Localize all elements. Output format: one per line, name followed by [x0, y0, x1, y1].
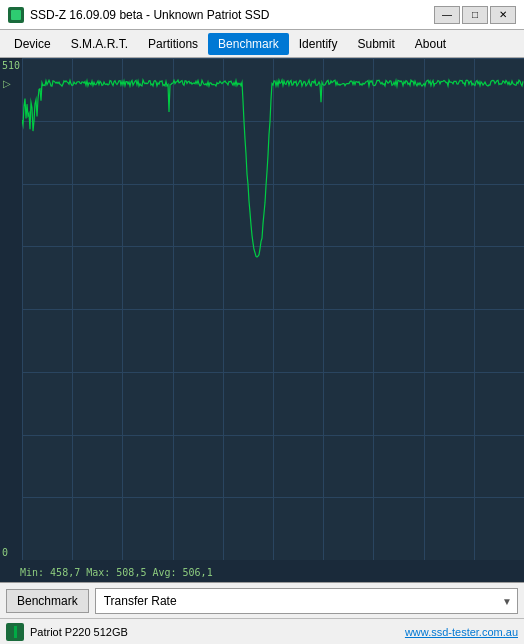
chart-stats-label: Min: 458,7 Max: 508,5 Avg: 506,1 — [20, 567, 213, 578]
menu-identify[interactable]: Identify — [289, 33, 348, 55]
menu-smart[interactable]: S.M.A.R.T. — [61, 33, 138, 55]
menu-device[interactable]: Device — [4, 33, 61, 55]
menu-benchmark[interactable]: Benchmark — [208, 33, 289, 55]
dropdown-container: Transfer Rate IOPS Access Time ▼ — [95, 588, 518, 614]
status-bar: Patriot P220 512GB www.ssd-tester.com.au — [0, 618, 524, 644]
menu-partitions[interactable]: Partitions — [138, 33, 208, 55]
benchmark-button[interactable]: Benchmark — [6, 589, 89, 613]
chart-container: 510 ▷ Work in Progress - Results Unrelia… — [0, 58, 524, 582]
close-button[interactable]: ✕ — [490, 6, 516, 24]
app-icon — [8, 7, 24, 23]
title-bar: SSD-Z 16.09.09 beta - Unknown Patriot SS… — [0, 0, 524, 30]
drive-name: Patriot P220 512GB — [30, 626, 128, 638]
benchmark-chart — [22, 58, 524, 560]
website-link[interactable]: www.ssd-tester.com.au — [405, 626, 518, 638]
menu-submit[interactable]: Submit — [347, 33, 404, 55]
bottom-toolbar: Benchmark Transfer Rate IOPS Access Time… — [0, 582, 524, 618]
drive-icon — [6, 623, 24, 641]
minimize-button[interactable]: — — [434, 6, 460, 24]
chart-arrow: ▷ — [3, 78, 11, 89]
chart-y-min-label: 0 — [2, 547, 8, 558]
menu-about[interactable]: About — [405, 33, 456, 55]
maximize-button[interactable]: □ — [462, 6, 488, 24]
transfer-type-dropdown[interactable]: Transfer Rate IOPS Access Time — [95, 588, 518, 614]
title-bar-left: SSD-Z 16.09.09 beta - Unknown Patriot SS… — [8, 7, 269, 23]
menu-bar: Device S.M.A.R.T. Partitions Benchmark I… — [0, 30, 524, 58]
window-title: SSD-Z 16.09.09 beta - Unknown Patriot SS… — [30, 8, 269, 22]
window-controls: — □ ✕ — [434, 6, 516, 24]
